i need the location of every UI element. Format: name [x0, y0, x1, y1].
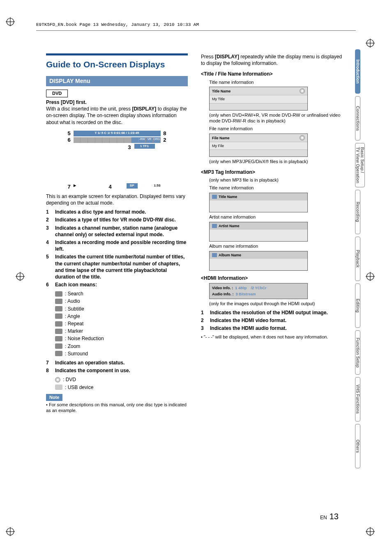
surround-icon	[55, 351, 62, 356]
mp3-note: (only when MP3 file is in playback)	[209, 177, 343, 183]
right-column: Press [DISPLAY] repeatedly while the dis…	[201, 53, 343, 414]
mp3-artist-caption: Artist name information	[209, 214, 343, 220]
disc-icon	[300, 88, 305, 94]
marker-icon	[55, 329, 62, 334]
album-icon	[212, 253, 217, 257]
title-note: (only when DVD+RW/+R, VR mode DVD-RW or …	[209, 112, 343, 124]
dvd-tag: DVD	[46, 90, 68, 97]
tab-basic-setup[interactable]: Basic Setup / TV View Operation	[355, 143, 365, 187]
tab-recording[interactable]: Recording	[355, 190, 360, 234]
hdmi-note: (only for the images output through the …	[209, 301, 343, 307]
page: E9TK5FD_EN.book Page 13 Wednesday, Janua…	[0, 0, 392, 555]
dvd-disc-icon	[55, 377, 60, 382]
mp3-artist-panel: Artist Name	[209, 222, 308, 242]
crop-mark-icon	[6, 527, 15, 536]
header-rule	[36, 30, 356, 31]
page-footer: EN13	[320, 512, 339, 521]
person-icon	[212, 224, 217, 228]
press-first: Press [DVD] first.	[46, 99, 188, 106]
hdmi-dash-note: • "- - -" will be displayed, when it doe…	[201, 334, 343, 340]
crop-mark-icon	[366, 39, 375, 48]
noise-reduction-icon	[55, 336, 62, 341]
mp3-heading: <MP3 Tag Information>	[201, 169, 343, 175]
title-name-caption: Title name information	[209, 79, 343, 85]
crop-mark-icon	[16, 272, 25, 281]
search-icon	[55, 291, 62, 297]
note-icon	[212, 195, 217, 199]
section-heading: DISPLAY Menu	[46, 76, 188, 86]
repeat-icon	[55, 321, 62, 327]
subtitle-icon	[55, 306, 62, 311]
indicator-list-2: 7Indicates an operation status. 8Indicat…	[46, 359, 188, 374]
zoom-icon	[55, 343, 62, 349]
file-name-panel: File Name My File	[209, 134, 308, 157]
page-title: Guide to On-Screen Displays	[46, 53, 188, 70]
crop-mark-icon	[366, 527, 375, 536]
tab-others[interactable]: Others	[355, 424, 360, 468]
audio-icon	[55, 299, 62, 304]
mp3-title-panel: Title Name	[209, 193, 308, 212]
mp3-album-caption: Album name information	[209, 243, 343, 249]
tab-editing[interactable]: Editing	[355, 283, 360, 328]
left-column: Guide to On-Screen Displays DISPLAY Menu…	[46, 53, 188, 414]
example-note: This is an example screen for explanatio…	[46, 193, 188, 206]
mp3-title-caption: Title name information	[209, 185, 343, 191]
book-header: E9TK5FD_EN.book Page 13 Wednesday, Janua…	[36, 22, 199, 27]
usb-icon	[55, 385, 62, 390]
hdmi-list: 1Indicates the resolution of the HDMI ou…	[201, 309, 343, 332]
mp3-album-panel: Album Name	[209, 251, 308, 271]
note-text: • For some descriptions on this manual, …	[46, 402, 188, 414]
crop-mark-icon	[366, 272, 375, 281]
tab-function-setup[interactable]: Function Setup	[355, 330, 360, 375]
hdmi-panel: Video Info. : 1 480p /2 YCbCr Audio Info…	[209, 283, 308, 299]
intro-text: With a disc inserted into the unit, pres…	[46, 106, 188, 126]
hdmi-heading: <HDMI Information>	[201, 275, 343, 281]
component-list: : DVD : USB device	[46, 376, 188, 390]
title-file-heading: <Title / File Name Information>	[201, 71, 343, 77]
crop-mark-icon	[6, 17, 15, 26]
osd-example: 5 6 8 2 3 7 4 T 1/ 5 C 1/ 5 0:01:00 / 1:…	[68, 129, 166, 191]
tab-introduction[interactable]: Introduction	[355, 49, 360, 94]
icon-meanings: : Search : Audio : Subtitle : Angle : Re…	[46, 290, 188, 357]
section-tabs: Introduction Connections Basic Setup / T…	[355, 49, 366, 471]
tab-connections[interactable]: Connections	[355, 96, 360, 140]
title-name-panel: Title Name My Title	[209, 87, 308, 110]
tab-vhs-functions[interactable]: VHS Functions	[355, 377, 360, 421]
angle-icon	[55, 313, 62, 319]
file-note: (only when MP3/JPEG/DivX® files is in pl…	[209, 159, 343, 165]
tab-playback[interactable]: Playback	[355, 237, 360, 281]
page-number: 13	[330, 512, 339, 521]
indicator-list: 1Indicates a disc type and format mode. …	[46, 209, 188, 288]
disc-icon	[300, 135, 305, 140]
right-intro: Press [DISPLAY] repeatedly while the dis…	[201, 53, 343, 67]
file-name-caption: File name information	[209, 126, 343, 132]
note-label: Note	[46, 394, 62, 401]
